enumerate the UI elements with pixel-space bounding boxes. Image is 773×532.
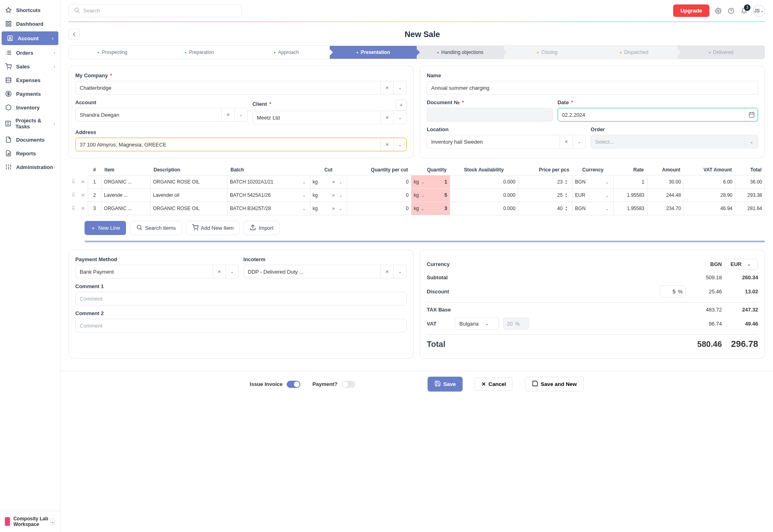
step-delivered[interactable]: ●Delivered — [678, 46, 765, 59]
chevron-down-icon[interactable]: ⌄ — [393, 81, 406, 94]
price-cell[interactable]: 23▲▼ — [518, 175, 573, 189]
description-cell[interactable]: ORGANIC ROSE OIL — [150, 175, 227, 189]
chevron-down-icon[interactable]: ⌄ — [419, 178, 426, 186]
qty-cell[interactable]: kg⌄1 — [411, 175, 450, 189]
account-select[interactable]: Shandra Deegan ✕ ⌄ — [75, 108, 248, 122]
location-select[interactable]: Inventory hall Sweden ✕ ⌄ — [427, 135, 586, 148]
item-cell[interactable]: Lavende ... — [101, 189, 151, 202]
description-cell[interactable]: ORGANIC ROSE OIL — [150, 202, 227, 215]
name-input[interactable]: Annual summer charging — [427, 81, 758, 95]
stepper-icon[interactable]: ▲▼ — [562, 205, 570, 212]
sidebar-item-expenses[interactable]: Expenses — [0, 73, 60, 87]
stepper-icon[interactable]: ▲▼ — [562, 178, 570, 186]
issue-invoice-toggle[interactable] — [287, 381, 300, 388]
sidebar-item-projects-tasks[interactable]: Projects & Tasks› — [0, 114, 60, 133]
calendar-icon[interactable] — [745, 108, 758, 121]
chevron-down-icon[interactable]: ⌄ — [573, 135, 585, 148]
stepper-icon[interactable]: ▲▼ — [562, 192, 570, 199]
settings-icon[interactable] — [714, 7, 722, 15]
chevron-down-icon[interactable]: ⌄ — [604, 205, 611, 212]
step-prospecting[interactable]: ●Prospecting — [69, 46, 156, 59]
add-client-button[interactable]: ＋ — [395, 99, 407, 111]
sidebar-item-dashboard[interactable]: Dashboard — [0, 17, 60, 31]
clear-icon[interactable]: ✕ — [380, 111, 393, 124]
currency-cell[interactable]: EUR⌄ — [573, 189, 614, 202]
qty-cell[interactable]: kg⌄5 — [411, 189, 450, 202]
sidebar-item-payments[interactable]: Payments — [0, 87, 60, 101]
step-preparation[interactable]: ●Preparation — [156, 46, 243, 59]
step-approach[interactable]: ●Approach — [243, 46, 330, 59]
notifications-icon[interactable]: 3 — [740, 7, 748, 15]
description-cell[interactable]: Lavender oil — [150, 189, 227, 202]
cut-unit-cell[interactable]: kg✕⌄ — [310, 175, 347, 189]
sidebar-item-documents[interactable]: Documents — [0, 133, 60, 146]
delete-row-icon[interactable]: ✕ — [81, 179, 85, 185]
date-input[interactable]: 02.2.2024 — [558, 108, 758, 122]
step-handling-objections[interactable]: ●Handling objections — [417, 46, 504, 59]
order-select[interactable]: Select... ⌄ — [591, 135, 758, 148]
sidebar-item-shortcuts[interactable]: Shortcuts — [0, 3, 60, 17]
cut-unit-cell[interactable]: kg✕⌄ — [310, 189, 347, 202]
user-avatar[interactable]: JS⌄ — [753, 5, 765, 17]
chevron-down-icon[interactable]: ⌄ — [337, 178, 344, 186]
upgrade-button[interactable]: Upgrade — [673, 4, 709, 17]
chevron-down-icon[interactable]: ⌄ — [225, 265, 238, 278]
client-select[interactable]: Meetz Ltd ✕ ⌄ — [252, 111, 407, 124]
search-items-button[interactable]: Search Items — [130, 221, 182, 235]
qpc-cell[interactable]: 0 — [347, 202, 411, 215]
qty-cell[interactable]: kg⌄3 — [411, 202, 450, 215]
new-line-button[interactable]: ＋New Line — [85, 221, 126, 235]
sidebar-item-orders[interactable]: Orders› — [0, 46, 60, 60]
currency-cell[interactable]: BGN⌄ — [573, 202, 614, 215]
chevron-down-icon[interactable]: ⌄ — [393, 265, 406, 278]
clear-icon[interactable]: ✕ — [380, 265, 393, 278]
chevron-down-icon[interactable]: ⌄ — [300, 205, 308, 212]
add-new-item-button[interactable]: Add New Item — [186, 221, 240, 235]
clear-icon[interactable]: ✕ — [330, 205, 337, 212]
chevron-down-icon[interactable]: ⌄ — [300, 192, 308, 199]
price-cell[interactable]: 25▲▼ — [518, 189, 573, 202]
search-input[interactable]: Search — [68, 4, 242, 17]
chevron-down-icon[interactable]: ⌄ — [393, 111, 406, 124]
sidebar-item-reports[interactable]: Reports — [0, 146, 60, 160]
item-cell[interactable]: ORGANIC ... — [101, 175, 151, 189]
payment-toggle[interactable] — [341, 381, 355, 388]
chevron-down-icon[interactable]: ⌄ — [745, 135, 758, 148]
chevron-down-icon[interactable]: ⌄ — [234, 108, 247, 121]
batch-cell[interactable]: BATCH 10202A1/21⌄ — [227, 175, 310, 189]
drag-handle-icon[interactable]: ⠿ — [72, 192, 75, 198]
sidebar-item-sales[interactable]: Sales› — [0, 60, 60, 73]
step-presentation[interactable]: ●Presentation — [330, 46, 417, 59]
chevron-down-icon[interactable]: ⌄ — [604, 178, 611, 186]
vat-country-select[interactable]: Bulgaria⌄ — [455, 318, 499, 330]
back-button[interactable] — [68, 29, 80, 40]
save-and-new-button[interactable]: Save and New — [525, 377, 584, 392]
document-number-input[interactable] — [427, 108, 553, 122]
drag-handle-icon[interactable]: ⠿ — [72, 206, 75, 211]
chevron-down-icon[interactable]: ⌄ — [337, 192, 344, 199]
payment-method-select[interactable]: Bank Payment ✕ ⌄ — [75, 265, 239, 278]
import-button[interactable]: Import — [244, 221, 279, 235]
workspace-switcher[interactable]: Composity Lab Workspace ⌄ — [0, 511, 60, 532]
clear-icon[interactable]: ✕ — [380, 138, 393, 151]
clear-icon[interactable]: ✕ — [560, 135, 573, 148]
comment1-input[interactable]: Comment — [75, 292, 407, 305]
my-company-select[interactable]: Chatterbridge ✕ ⌄ — [75, 81, 407, 95]
help-icon[interactable] — [727, 7, 735, 15]
step-dispatched[interactable]: ●Dispatched — [591, 46, 678, 59]
clear-icon[interactable]: ✕ — [213, 265, 225, 278]
sidebar-item-administration[interactable]: Administration› — [0, 160, 60, 174]
currency-switch[interactable]: EUR⌄ — [725, 259, 758, 270]
step-closing[interactable]: ●Closing — [504, 46, 591, 59]
batch-cell[interactable]: BATCH B3425T/28⌄ — [227, 202, 310, 215]
clear-icon[interactable]: ✕ — [221, 108, 234, 121]
currency-cell[interactable]: BGN⌄ — [573, 175, 614, 189]
sidebar-item-inventory[interactable]: Inventory — [0, 101, 60, 114]
drag-handle-icon[interactable]: ⠿ — [72, 179, 75, 185]
chevron-down-icon[interactable]: ⌄ — [419, 192, 426, 199]
item-cell[interactable]: ORGANIC ... — [101, 202, 151, 215]
cut-unit-cell[interactable]: kg✕⌄ — [310, 202, 347, 215]
clear-icon[interactable]: ✕ — [330, 178, 337, 186]
chevron-down-icon[interactable]: ⌄ — [419, 205, 426, 212]
discount-pct-input[interactable]: % — [660, 285, 686, 297]
